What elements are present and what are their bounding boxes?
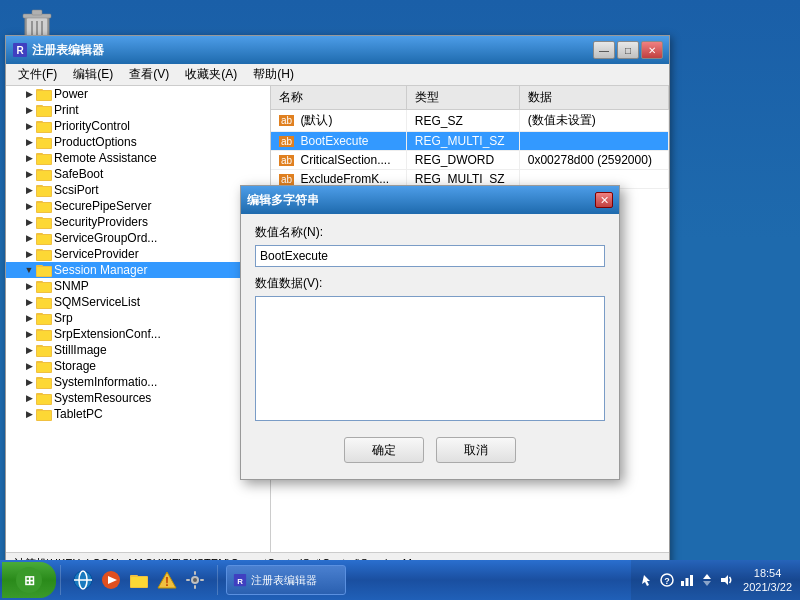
tree-panel[interactable]: ▶ Power ▶ Print [6, 86, 271, 552]
dialog-title: 编辑多字符串 [247, 192, 319, 209]
tray-volume-icon[interactable] [719, 572, 735, 588]
system-clock: 18:54 2021/3/22 [739, 566, 792, 595]
tree-label-serviceprovider: ServiceProvider [54, 247, 139, 261]
tree-label-systemresources: SystemResources [54, 391, 151, 405]
tree-label-srp: Srp [54, 311, 73, 325]
tree-item-tabletpc[interactable]: ▶ TabletPC [6, 406, 270, 422]
svg-rect-88 [186, 579, 190, 581]
svg-rect-86 [194, 571, 196, 575]
tree-item-serviceprovider[interactable]: ▶ ServiceProvider [6, 246, 270, 262]
tray-up-icon[interactable] [699, 572, 715, 588]
settings-quick-icon[interactable] [183, 568, 207, 592]
tree-item-storage[interactable]: ▶ Storage [6, 358, 270, 374]
tray-network-icon[interactable] [679, 572, 695, 588]
tree-item-snmp[interactable]: ▶ SNMP [6, 278, 270, 294]
titlebar-left: R 注册表编辑器 [12, 42, 104, 59]
table-row-bootexecute[interactable]: ab BootExecute REG_MULTI_SZ [271, 132, 669, 151]
dialog-data-textarea[interactable] [255, 296, 605, 421]
tree-item-sqmservicelist[interactable]: ▶ SQMServiceList [6, 294, 270, 310]
tree-arrow: ▶ [22, 183, 36, 197]
menu-view[interactable]: 查看(V) [121, 64, 177, 85]
tray-help-icon[interactable]: ? [659, 572, 675, 588]
taskbar-app-regedit[interactable]: R 注册表编辑器 [226, 565, 346, 595]
tree-arrow: ▶ [22, 311, 36, 325]
dialog-cancel-button[interactable]: 取消 [436, 437, 516, 463]
quick-launch-area: ! [65, 568, 213, 592]
cell-name: ab BootExecute [271, 132, 406, 151]
tree-item-remote-assistance[interactable]: ▶ Remote Assistance [6, 150, 270, 166]
media-quick-icon[interactable] [99, 568, 123, 592]
tree-arrow: ▶ [22, 199, 36, 213]
svg-rect-87 [194, 585, 196, 589]
table-row[interactable]: ab (默认) REG_SZ (数值未设置) [271, 110, 669, 132]
tree-item-productoptions[interactable]: ▶ ProductOptions [6, 134, 270, 150]
svg-marker-99 [721, 575, 728, 585]
tree-item-srp[interactable]: ▶ Srp [6, 310, 270, 326]
tree-item-servicegroupord[interactable]: ▶ ServiceGroupOrd... [6, 230, 270, 246]
tree-arrow: ▶ [22, 407, 36, 421]
tree-label-srpextensionconf: SrpExtensionConf... [54, 327, 161, 341]
tree-label-prioritycontrol: PriorityControl [54, 119, 130, 133]
tree-item-stillimage[interactable]: ▶ StillImage [6, 342, 270, 358]
tray-mouse-icon[interactable] [639, 572, 655, 588]
tree-label-snmp: SNMP [54, 279, 89, 293]
desktop: 回收站 R 注册表编辑器 — □ ✕ 文件(F) 编辑(E) 查看(V) 收藏夹… [0, 0, 800, 600]
tree-item-srpextensionconf[interactable]: ▶ SrpExtensionConf... [6, 326, 270, 342]
tree-label-remote-assistance: Remote Assistance [54, 151, 157, 165]
window-title: 注册表编辑器 [32, 42, 104, 59]
svg-marker-98 [703, 581, 711, 586]
cell-data: (数值未设置) [519, 110, 668, 132]
tree-item-prioritycontrol[interactable]: ▶ PriorityControl [6, 118, 270, 134]
maximize-button[interactable]: □ [617, 41, 639, 59]
svg-rect-59 [37, 347, 51, 356]
svg-rect-81 [131, 577, 147, 587]
menu-help[interactable]: 帮助(H) [245, 64, 302, 85]
cell-data [519, 132, 668, 151]
tree-item-securepipeserver[interactable]: ▶ SecurePipeServer [6, 198, 270, 214]
tree-label-productoptions: ProductOptions [54, 135, 137, 149]
taskbar-app-label: 注册表编辑器 [251, 573, 317, 588]
svg-rect-38 [37, 235, 51, 244]
svg-text:!: ! [165, 575, 169, 589]
edit-dialog: 编辑多字符串 ✕ 数值名称(N): 数值数据(V): 确定 取消 [240, 185, 620, 480]
svg-text:R: R [16, 45, 24, 56]
dialog-name-input[interactable] [255, 245, 605, 267]
tree-item-systeminformation[interactable]: ▶ SystemInformatio... [6, 374, 270, 390]
tree-item-print[interactable]: ▶ Print [6, 102, 270, 118]
tree-item-power[interactable]: ▶ Power [6, 86, 270, 102]
tree-label-session-manager: Session Manager [54, 263, 147, 277]
tree-label-sqmservicelist: SQMServiceList [54, 295, 140, 309]
warning-quick-icon[interactable]: ! [155, 568, 179, 592]
tree-arrow: ▶ [22, 87, 36, 101]
svg-rect-17 [37, 123, 51, 132]
menu-file[interactable]: 文件(F) [10, 64, 65, 85]
tree-item-safeboot[interactable]: ▶ SafeBoot [6, 166, 270, 182]
tree-arrow: ▶ [22, 375, 36, 389]
svg-rect-89 [200, 579, 204, 581]
clock-date: 2021/3/22 [743, 580, 792, 594]
tree-item-session-manager[interactable]: ▼ Session Manager [6, 262, 270, 278]
svg-rect-11 [37, 91, 51, 100]
close-button[interactable]: ✕ [641, 41, 663, 59]
start-button[interactable]: ⊞ [2, 562, 56, 598]
cell-data: 0x00278d00 (2592000) [519, 151, 668, 170]
tree-arrow: ▶ [22, 151, 36, 165]
dialog-close-button[interactable]: ✕ [595, 192, 613, 208]
folder-quick-icon[interactable] [127, 568, 151, 592]
col-header-name: 名称 [271, 86, 406, 110]
menu-edit[interactable]: 编辑(E) [65, 64, 121, 85]
tree-item-securityproviders[interactable]: ▶ SecurityProviders [6, 214, 270, 230]
svg-rect-71 [37, 411, 51, 420]
tree-arrow: ▶ [22, 279, 36, 293]
svg-rect-56 [37, 331, 51, 340]
tree-item-scsiport[interactable]: ▶ ScsiPort [6, 182, 270, 198]
table-row-criticalsection[interactable]: ab CriticalSection.... REG_DWORD 0x00278… [271, 151, 669, 170]
ie-quick-icon[interactable] [71, 568, 95, 592]
minimize-button[interactable]: — [593, 41, 615, 59]
tree-arrow: ▶ [22, 119, 36, 133]
dialog-ok-button[interactable]: 确定 [344, 437, 424, 463]
menu-favorites[interactable]: 收藏夹(A) [177, 64, 245, 85]
tree-item-systemresources[interactable]: ▶ SystemResources [6, 390, 270, 406]
taskbar-divider-1 [60, 565, 61, 595]
svg-rect-65 [37, 379, 51, 388]
